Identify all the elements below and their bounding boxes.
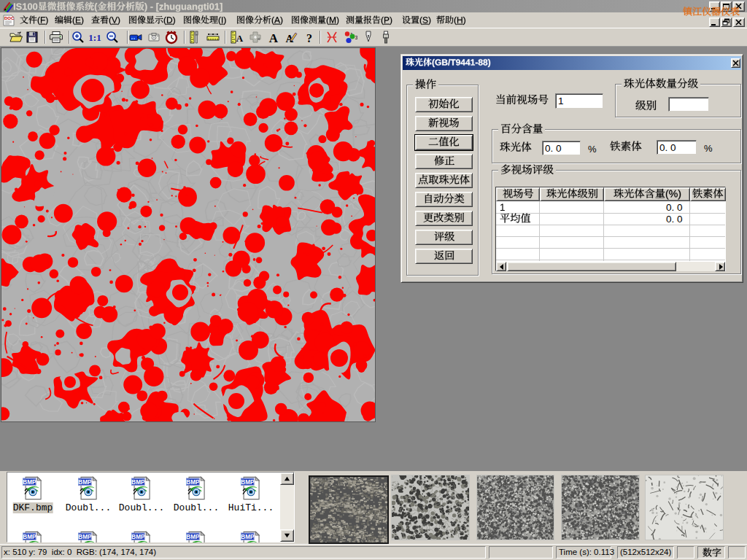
svg-text:BMP: BMP	[131, 534, 145, 540]
svg-text:BMP: BMP	[78, 534, 92, 540]
svg-text:BMP: BMP	[131, 479, 145, 486]
svg-text:BMP: BMP	[186, 479, 200, 486]
svg-text:BMP: BMP	[23, 479, 36, 486]
svg-text:BMP: BMP	[23, 534, 36, 540]
svg-text:BMP: BMP	[241, 479, 255, 486]
svg-text:A: A	[236, 33, 244, 44]
svg-text:?: ?	[306, 32, 312, 44]
svg-text:BMP: BMP	[78, 479, 92, 486]
svg-text:3: 3	[355, 35, 358, 40]
svg-text:BMP: BMP	[186, 534, 200, 540]
svg-text:A: A	[269, 31, 279, 45]
svg-text:BMP: BMP	[241, 534, 255, 540]
svg-text:DOC: DOC	[4, 16, 15, 20]
svg-text:1:1: 1:1	[88, 32, 101, 43]
